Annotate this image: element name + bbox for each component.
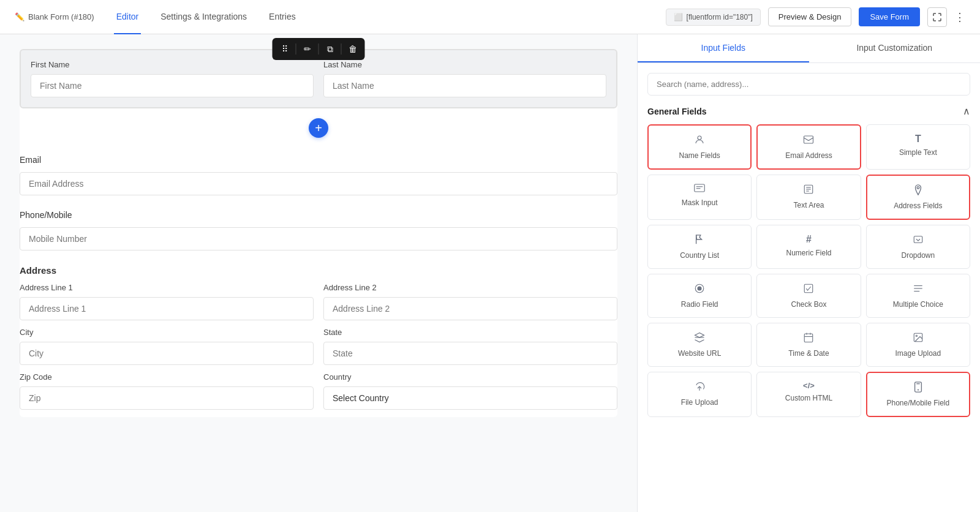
shortcode-box[interactable]: ⬜ [fluentform id="180"]	[666, 9, 761, 26]
edit-icon: ✏	[304, 44, 311, 54]
address-fields-icon	[913, 184, 923, 198]
zip-group: Zip Code	[20, 372, 314, 410]
last-name-input[interactable]	[323, 74, 606, 97]
dropdown-icon	[913, 234, 924, 247]
svg-point-9	[917, 187, 919, 189]
mask-input-label: Mask Input	[682, 198, 718, 207]
file-upload-label: File Upload	[681, 398, 718, 407]
simple-text-label: Simple Text	[899, 148, 937, 157]
toolbar-edit-button[interactable]: ✏	[299, 40, 316, 58]
country-list-label: Country List	[680, 251, 719, 260]
shortcode-icon: ⬜	[674, 13, 683, 21]
addr2-label: Address Line 2	[323, 283, 617, 292]
zip-input[interactable]	[20, 386, 314, 410]
dropdown-label: Dropdown	[901, 251, 935, 260]
email-input[interactable]	[20, 172, 617, 195]
tab-editor[interactable]: Editor	[114, 0, 141, 34]
first-name-group: First Name	[31, 60, 314, 97]
country-label: Country	[323, 372, 617, 382]
country-list-icon	[695, 234, 704, 247]
phone-section: Phone/Mobile	[20, 203, 617, 258]
email-address-icon	[803, 134, 814, 148]
nav-right: ⬜ [fluentform id="180"] Preview & Design…	[666, 7, 965, 27]
field-card-multiple-choice[interactable]: Multiple Choice	[866, 274, 970, 318]
check-box-label: Check Box	[791, 300, 826, 309]
toolbar-copy-button[interactable]: ⧉	[322, 40, 339, 58]
name-row-wrapper: ⠿ ✏ ⧉ 🗑 Firs	[20, 49, 617, 108]
more-options-button[interactable]: ⋮	[954, 10, 965, 24]
email-section-label: Email	[20, 155, 617, 165]
preview-button[interactable]: Preview & Design	[768, 7, 852, 26]
field-card-country-list[interactable]: Country List	[647, 225, 752, 269]
tab-input-fields[interactable]: Input Fields	[638, 34, 809, 62]
address-section: Address Address Line 1 Address Line 2	[20, 258, 617, 417]
shortcode-text: [fluentform id="180"]	[687, 13, 753, 21]
check-box-icon	[803, 283, 814, 296]
save-button[interactable]: Save Form	[859, 7, 920, 26]
panel-body: General Fields ∧ Name Fields Email Addre…	[638, 63, 980, 512]
svg-rect-20	[805, 334, 813, 342]
top-nav: ✏️ Blank Form (#180) Editor Settings & I…	[0, 0, 980, 34]
svg-rect-14	[805, 284, 813, 293]
field-card-time-date[interactable]: Time & Date	[756, 323, 861, 367]
field-card-numeric-field[interactable]: # Numeric Field	[756, 225, 861, 269]
time-date-label: Time & Date	[788, 349, 829, 358]
field-card-name-fields[interactable]: Name Fields	[647, 124, 752, 170]
fields-search-input[interactable]	[647, 73, 970, 96]
field-card-address-fields[interactable]: Address Fields	[866, 175, 970, 220]
add-field-button[interactable]: +	[309, 118, 328, 138]
field-card-dropdown[interactable]: Dropdown	[866, 225, 970, 269]
tab-settings[interactable]: Settings & Integrations	[158, 0, 249, 34]
tab-input-customization[interactable]: Input Customization	[809, 34, 981, 62]
phone-section-label: Phone/Mobile	[20, 210, 617, 220]
addr1-input[interactable]	[20, 297, 314, 320]
toolbar-divider-2	[318, 43, 319, 55]
last-name-group: Last Name	[323, 60, 606, 97]
expand-button[interactable]	[927, 7, 947, 27]
field-toolbar: ⠿ ✏ ⧉ 🗑	[273, 38, 365, 60]
field-card-website-url[interactable]: Website URL	[647, 323, 752, 367]
move-icon: ⠿	[282, 44, 288, 54]
city-label: City	[20, 328, 314, 337]
toolbar-delete-button[interactable]: 🗑	[344, 40, 361, 58]
image-upload-label: Image Upload	[895, 349, 941, 358]
state-input[interactable]	[323, 342, 617, 365]
nav-tabs: Editor Settings & Integrations Entries	[114, 0, 315, 34]
toolbar-move-button[interactable]: ⠿	[276, 40, 293, 58]
form-canvas: ⠿ ✏ ⧉ 🗑 Firs	[20, 49, 617, 417]
phone-input[interactable]	[20, 227, 617, 250]
right-panel: Input Fields Input Customization General…	[637, 34, 980, 512]
field-card-file-upload[interactable]: File Upload	[647, 372, 752, 417]
addr2-input[interactable]	[323, 297, 617, 320]
field-card-text-area[interactable]: Text Area	[756, 175, 861, 220]
collapse-general-fields-button[interactable]: ∧	[963, 105, 970, 117]
delete-icon: 🗑	[349, 44, 357, 54]
radio-field-icon	[694, 283, 705, 296]
copy-icon: ⧉	[327, 44, 333, 55]
name-fields-icon	[694, 134, 705, 148]
multiple-choice-icon	[913, 283, 924, 296]
phone-mobile-label: Phone/Mobile Field	[886, 399, 949, 407]
svg-rect-11	[914, 236, 922, 243]
form-title-text: Blank Form (#180)	[28, 12, 94, 21]
email-address-label: Email Address	[785, 151, 832, 160]
svg-point-25	[916, 335, 917, 336]
tab-entries[interactable]: Entries	[266, 0, 298, 34]
numeric-field-label: Numeric Field	[786, 249, 831, 257]
field-card-simple-text[interactable]: T Simple Text	[866, 124, 970, 170]
field-card-check-box[interactable]: Check Box	[756, 274, 861, 318]
first-name-input[interactable]	[31, 74, 314, 97]
field-card-radio-field[interactable]: Radio Field	[647, 274, 752, 318]
address-lines-row: Address Line 1 Address Line 2	[20, 283, 617, 320]
field-card-image-upload[interactable]: Image Upload	[866, 323, 970, 367]
country-select[interactable]: Select Country	[323, 386, 617, 410]
city-input[interactable]	[20, 342, 314, 365]
main-layout: ⠿ ✏ ⧉ 🗑 Firs	[0, 34, 980, 512]
field-card-mask-input[interactable]: Mask Input	[647, 175, 752, 220]
field-card-phone-mobile-field[interactable]: Phone/Mobile Field	[866, 372, 970, 417]
pencil-icon: ✏️	[15, 12, 24, 21]
svg-rect-1	[804, 136, 813, 143]
add-row-wrapper: +	[20, 113, 617, 143]
field-card-email-address[interactable]: Email Address	[756, 124, 861, 170]
field-card-custom-html[interactable]: </> Custom HTML	[756, 372, 861, 417]
